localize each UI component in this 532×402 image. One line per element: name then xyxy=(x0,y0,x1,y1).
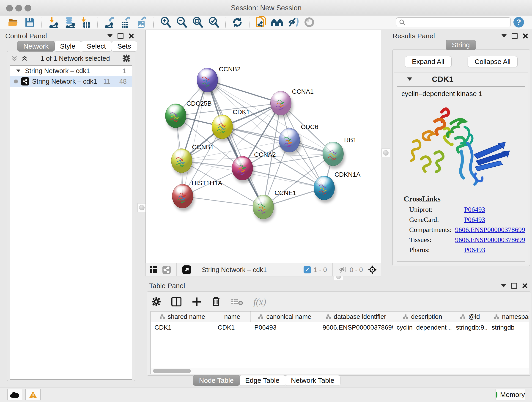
delete-column-icon[interactable] xyxy=(212,297,220,307)
table-horizontal-scrollbar[interactable] xyxy=(151,368,529,374)
gene-collapse-icon[interactable] xyxy=(407,77,412,81)
hide-graphics-button[interactable] xyxy=(287,16,300,28)
network-canvas[interactable]: CCNB2CCNA1CDC25BCDK1CDC6RB1CCNB1CCNA2CDK… xyxy=(146,30,381,263)
export-network-button[interactable] xyxy=(103,16,116,28)
crosslink-link[interactable]: P06493 xyxy=(464,206,485,213)
table-panel-collapse-icon[interactable] xyxy=(501,284,506,287)
fit-content-button[interactable] xyxy=(182,265,191,274)
column-header[interactable]: name xyxy=(214,312,251,322)
collapse-all-icon[interactable] xyxy=(11,55,18,62)
table-panel-float-icon[interactable] xyxy=(511,283,517,289)
import-network-file-button[interactable] xyxy=(47,16,60,28)
column-header[interactable]: shared name xyxy=(151,312,214,322)
results-panel-close-icon[interactable] xyxy=(523,33,528,39)
network-node[interactable] xyxy=(171,148,192,173)
network-node[interactable] xyxy=(165,104,186,128)
tab-network[interactable]: Network xyxy=(17,41,55,51)
results-panel-collapse-icon[interactable] xyxy=(501,34,507,38)
network-node[interactable] xyxy=(279,128,300,153)
control-panel-float-icon[interactable] xyxy=(118,33,123,39)
left-splitter-handle[interactable] xyxy=(138,203,146,212)
network-node[interactable] xyxy=(197,68,218,92)
import-table-button[interactable] xyxy=(79,16,92,28)
help-button[interactable]: ? xyxy=(512,16,525,28)
results-panel-float-icon[interactable] xyxy=(512,33,518,39)
column-header[interactable]: database identifier xyxy=(319,312,393,322)
control-panel-collapse-icon[interactable] xyxy=(108,34,113,38)
pan-mode-button[interactable] xyxy=(367,265,377,274)
tab-select[interactable]: Select xyxy=(81,41,112,51)
table-cell[interactable]: 9606.ENSP00000378699 xyxy=(319,322,393,333)
network-node[interactable] xyxy=(314,176,335,200)
column-header[interactable]: description xyxy=(393,312,452,322)
network-node[interactable] xyxy=(323,142,344,166)
zoom-out-button[interactable] xyxy=(175,16,188,28)
zoom-fit-button[interactable] xyxy=(191,16,204,28)
toolbar-search[interactable] xyxy=(396,17,511,27)
zoom-selected-button[interactable] xyxy=(207,16,220,28)
tab-node-table[interactable]: Node Table xyxy=(193,375,240,386)
search-input[interactable] xyxy=(407,19,508,26)
crosslink-link[interactable]: P06493 xyxy=(464,246,485,254)
table-cell[interactable]: CDK1 xyxy=(214,322,251,333)
tab-style[interactable]: Style xyxy=(54,41,82,51)
refresh-view-button[interactable] xyxy=(231,16,244,28)
network-node[interactable] xyxy=(212,115,233,139)
control-panel-close-icon[interactable] xyxy=(128,33,134,39)
crosslink-link[interactable]: 9606.ENSP00000378699 xyxy=(455,226,525,234)
tree-expand-icon[interactable] xyxy=(16,70,20,72)
houses-button[interactable] xyxy=(271,16,284,28)
export-table-button[interactable] xyxy=(119,16,132,28)
expand-all-button[interactable]: Expand All xyxy=(405,56,452,67)
table-cell[interactable]: cyclin–dependent ... xyxy=(393,322,452,333)
column-header[interactable]: canonical name xyxy=(251,312,319,322)
function-builder-icon[interactable]: f(x) xyxy=(253,296,266,307)
network-node-count: 11 xyxy=(103,78,110,85)
cloud-button[interactable] xyxy=(7,389,22,400)
zoom-in-button[interactable] xyxy=(159,16,172,28)
show-graphics-button[interactable] xyxy=(303,16,316,28)
select-columns-icon[interactable] xyxy=(171,297,181,306)
table-row[interactable]: CDK1CDK1P064939606.ENSP00000378699cyclin… xyxy=(151,322,529,333)
delete-table-icon[interactable] xyxy=(231,298,243,306)
gear-icon[interactable] xyxy=(122,54,131,63)
table-cell[interactable]: stringdb:9... xyxy=(452,322,488,333)
network-node[interactable] xyxy=(253,195,274,219)
add-column-icon[interactable] xyxy=(192,297,201,306)
tab-string[interactable]: String xyxy=(446,40,476,50)
table-cell[interactable]: CDK1 xyxy=(151,322,214,333)
network-row[interactable]: String Network – cdk1 11 48 xyxy=(10,76,132,87)
gene-section-header[interactable]: CDK1 xyxy=(394,73,528,85)
collapse-all-button[interactable]: Collapse All xyxy=(468,56,518,67)
network-node[interactable] xyxy=(270,91,291,115)
grid-view-button[interactable] xyxy=(150,266,158,274)
right-splitter-handle[interactable] xyxy=(381,148,390,157)
memory-button[interactable]: Memory xyxy=(496,389,525,400)
network-node[interactable] xyxy=(232,156,253,180)
tab-sets[interactable]: Sets xyxy=(111,41,137,51)
save-session-button[interactable] xyxy=(23,16,36,28)
app-window: Session: New Session xyxy=(0,0,532,402)
clone-network-button[interactable] xyxy=(255,16,268,28)
network-node[interactable] xyxy=(172,184,193,208)
network-share-button[interactable] xyxy=(162,265,171,274)
column-header[interactable]: @id xyxy=(452,312,488,322)
cloud-icon xyxy=(10,391,19,398)
table-cell[interactable]: stringdb xyxy=(488,322,529,333)
network-collection-row[interactable]: String Network – cdk1 1 xyxy=(10,65,132,76)
crosslink-link[interactable]: P06493 xyxy=(464,216,485,223)
export-image-button[interactable] xyxy=(135,16,148,28)
warnings-button[interactable] xyxy=(25,389,41,400)
expand-all-icon[interactable] xyxy=(21,55,28,62)
column-header[interactable]: namespace xyxy=(488,312,529,322)
external-arrow-icon xyxy=(182,265,191,274)
table-panel-close-icon[interactable] xyxy=(522,283,528,288)
table-cell[interactable]: P06493 xyxy=(251,322,319,333)
tab-edge-table[interactable]: Edge Table xyxy=(239,375,286,386)
crosslink-link[interactable]: 9606.ENSP00000378699 xyxy=(455,236,525,244)
import-network-database-button[interactable] xyxy=(63,16,76,28)
table-gear-icon[interactable] xyxy=(152,297,161,306)
tab-network-table[interactable]: Network Table xyxy=(285,375,341,386)
open-session-button[interactable] xyxy=(7,16,20,28)
scrollbar-thumb[interactable] xyxy=(153,369,191,373)
